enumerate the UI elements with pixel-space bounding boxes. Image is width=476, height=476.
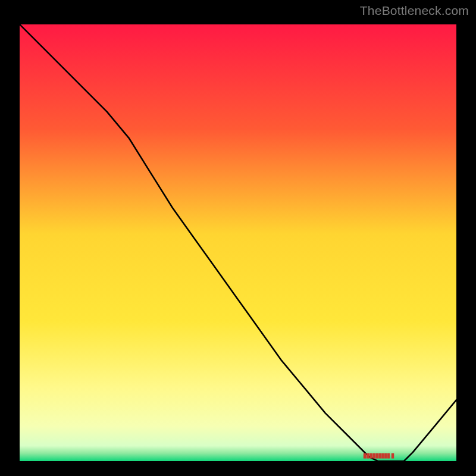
plot-inner: ▮▮▮▮▮▮▮▮▮ ▮ <box>17 21 459 464</box>
chart-frame: TheBottleneck.com <box>0 0 476 476</box>
optimal-range-marker: ▮▮▮▮▮▮▮▮▮ ▮ <box>363 452 394 459</box>
attribution-label: TheBottleneck.com <box>360 4 469 18</box>
curve-path <box>20 24 456 461</box>
bottleneck-curve <box>20 24 456 461</box>
plot-area: ▮▮▮▮▮▮▮▮▮ ▮ <box>17 21 459 464</box>
